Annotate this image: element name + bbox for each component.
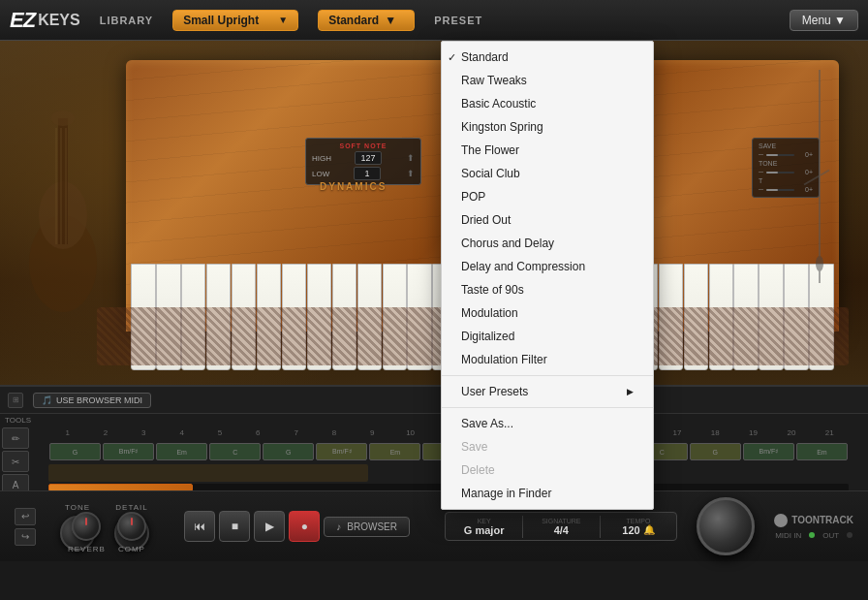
key-label: KEY <box>478 518 491 524</box>
text-tool[interactable]: A <box>2 474 29 491</box>
app-logo: EZ KEYS <box>10 8 80 33</box>
chord-segment-BmF[interactable]: Bm/F♯ <box>103 443 154 460</box>
redo-btn[interactable]: ↪ <box>15 528 36 546</box>
detail-label: DETAIL <box>115 503 147 512</box>
preset-dropdown-menu: StandardRaw TweaksBasic AcousticKingston… <box>441 41 654 510</box>
grid-view-btn[interactable]: ⊞ <box>8 393 23 408</box>
midi-bar: ⊞ 🎵 USE BROWSER MIDI <box>0 387 868 414</box>
menu-item-the-flower[interactable]: The Flower <box>442 139 653 162</box>
signature-section: SIGNATURE 4/4 <box>523 516 601 538</box>
reverb-knob-group: REVERB <box>68 512 106 553</box>
chord-segment-Em[interactable]: Em <box>369 443 420 460</box>
play-icon: ▶ <box>265 520 274 533</box>
menu-item-manage-in-finder[interactable]: Manage in Finder <box>442 482 653 505</box>
chord-segment-BmF[interactable]: Bm/F♯ <box>316 443 367 460</box>
chord-segment-BmF[interactable]: Bm/F♯ <box>743 443 794 460</box>
metronome-icon: 🔔 <box>643 524 655 535</box>
comp-knob-group: COMP <box>117 512 146 553</box>
menu-item-social-club[interactable]: Social Club <box>442 162 653 185</box>
instrument-name: Small Upright <box>183 14 259 27</box>
preset-value: Standard <box>328 14 379 27</box>
toontrack-section: TOONTRACK MIDI IN OUT <box>774 514 853 540</box>
toontrack-logo: TOONTRACK <box>774 514 853 527</box>
low-spinner[interactable]: ⬆ <box>407 169 415 178</box>
comp-label: COMP <box>118 545 145 553</box>
menu-item-save-as[interactable]: Save As... <box>442 412 653 435</box>
menu-item-delete: Delete <box>442 458 653 482</box>
menu-item-standard[interactable]: Standard <box>442 46 653 69</box>
reverb-knob[interactable] <box>72 512 101 541</box>
timeline-num-10: 10 <box>391 428 429 437</box>
menu-item-chorus-and-delay[interactable]: Chorus and Delay <box>442 232 653 255</box>
signature-value: 4/4 <box>554 524 569 536</box>
midi-in-dot <box>809 532 815 538</box>
tools-label: TOOLS <box>5 416 31 425</box>
menu-separator <box>442 375 653 376</box>
chord-segment-G[interactable]: G <box>690 443 741 460</box>
chord-segment-C[interactable]: C <box>209 443 261 460</box>
comp-knob[interactable] <box>117 512 146 541</box>
timeline-num-3: 3 <box>125 428 163 437</box>
rewind-icon: ⏮ <box>194 520 205 533</box>
pencil-tool[interactable]: ✏ <box>2 427 29 449</box>
preset-dropdown[interactable]: Standard ▼ <box>318 10 415 31</box>
chord-segment-G[interactable]: G <box>263 443 314 460</box>
toontrack-circle-icon <box>774 514 788 527</box>
menu-item-basic-acoustic[interactable]: Basic Acoustic <box>442 92 653 115</box>
browser-label: BROWSER <box>347 521 397 532</box>
midi-indicators: MIDI IN OUT <box>775 531 852 540</box>
instrument-dropdown[interactable]: Small Upright ▼ <box>172 10 298 31</box>
timeline-area: TOOLS ✏ ✂ A 1234567891011121314151617181… <box>0 414 868 491</box>
menu-item-modulation[interactable]: Modulation <box>442 301 653 325</box>
key-section: KEY G major <box>446 516 523 538</box>
menu-item-raw-tweaks[interactable]: Raw Tweaks <box>442 69 653 92</box>
master-volume-knob[interactable] <box>697 497 755 555</box>
midi-out-dot <box>847 532 852 538</box>
timeline-num-1: 1 <box>48 428 86 437</box>
midi-out-label: OUT <box>822 531 839 540</box>
chord-segment-Em[interactable]: Em <box>156 443 207 460</box>
menu-item-user-presets[interactable]: User Presets <box>442 380 653 403</box>
use-browser-midi-btn[interactable]: 🎵 USE BROWSER MIDI <box>33 393 151 408</box>
browser-btn[interactable]: ♪ BROWSER <box>324 517 410 537</box>
menu-item-dried-out[interactable]: Dried Out <box>442 208 653 232</box>
chord-segment-Em[interactable]: Em <box>796 443 848 460</box>
preset-dropdown-chevron: ▼ <box>385 14 396 27</box>
tempo-value: 120 <box>622 524 639 536</box>
menu-item-pop[interactable]: POP <box>442 185 653 208</box>
menu-item-taste-of-90s[interactable]: Taste of 90s <box>442 278 653 301</box>
browser-icon: ♪ <box>336 521 341 532</box>
rewind-btn[interactable]: ⏮ <box>184 511 215 542</box>
stop-btn[interactable]: ■ <box>219 511 250 542</box>
chord-segment-G[interactable]: G <box>49 443 101 460</box>
key-info-bar: KEY G major SIGNATURE 4/4 TEMPO 120 🔔 <box>445 512 677 541</box>
play-btn[interactable]: ▶ <box>254 511 285 542</box>
timeline-num-21: 21 <box>811 428 849 437</box>
menu-item-kingston-spring[interactable]: Kingston Spring <box>442 115 653 139</box>
stop-icon: ■ <box>232 520 238 533</box>
menu-button[interactable]: Menu ▼ <box>790 10 858 31</box>
menu-item-digitalized[interactable]: Digitalized <box>442 325 653 348</box>
record-btn[interactable]: ● <box>289 511 320 542</box>
timeline-num-5: 5 <box>201 428 238 437</box>
midi-in-label: MIDI IN <box>775 531 801 540</box>
menu-separator <box>442 407 653 408</box>
soft-note-title: SOFT NOTE <box>312 142 415 149</box>
signature-label: SIGNATURE <box>542 518 580 524</box>
menu-item-delay-and-compression[interactable]: Delay and Compression <box>442 255 653 278</box>
preset-label: PRESET <box>434 15 482 26</box>
soft-note-panel: SOFT NOTE HIGH 127 ⬆ LOW 1 ⬆ <box>305 138 421 185</box>
undo-btn[interactable]: ↩ <box>15 508 36 525</box>
controls-panel: ⊞ 🎵 USE BROWSER MIDI TOOLS ✏ ✂ A 1234567… <box>0 385 868 559</box>
timeline-num-20: 20 <box>772 428 810 437</box>
dynamics-label: DYNAMICS <box>320 181 387 192</box>
scissors-tool[interactable]: ✂ <box>2 451 29 472</box>
menu-item-modulation-filter[interactable]: Modulation Filter <box>442 348 653 371</box>
menu-item-save: Save <box>442 435 653 458</box>
timeline-num-4: 4 <box>163 428 201 437</box>
high-value: 127 <box>355 151 382 165</box>
tempo-section: TEMPO 120 🔔 <box>601 516 677 538</box>
instrument-dropdown-chevron: ▼ <box>278 15 288 25</box>
transport-buttons: ⏮ ■ ▶ ● ♪ BROWSER <box>169 511 425 542</box>
high-spinner[interactable]: ⬆ <box>407 153 415 163</box>
